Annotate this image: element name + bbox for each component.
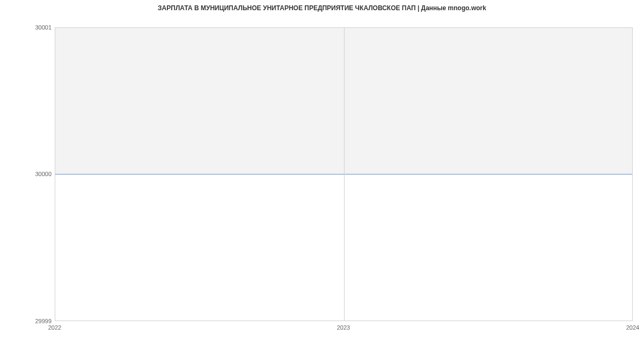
x-gridline-2023 xyxy=(344,28,345,321)
y-tick-1: 30000 xyxy=(3,171,52,177)
x-tick-1: 2023 xyxy=(327,324,360,331)
y-tick-2: 30001 xyxy=(3,24,52,31)
y-tick-0: 29999 xyxy=(3,318,52,324)
x-tick-0: 2022 xyxy=(39,324,71,331)
chart-title: ЗАРПЛАТА В МУНИЦИПАЛЬНОЕ УНИТАРНОЕ ПРЕДП… xyxy=(0,4,644,12)
x-tick-2: 2024 xyxy=(617,324,644,331)
salary-chart: ЗАРПЛАТА В МУНИЦИПАЛЬНОЕ УНИТАРНОЕ ПРЕДП… xyxy=(0,0,644,349)
plot-area xyxy=(55,27,633,321)
